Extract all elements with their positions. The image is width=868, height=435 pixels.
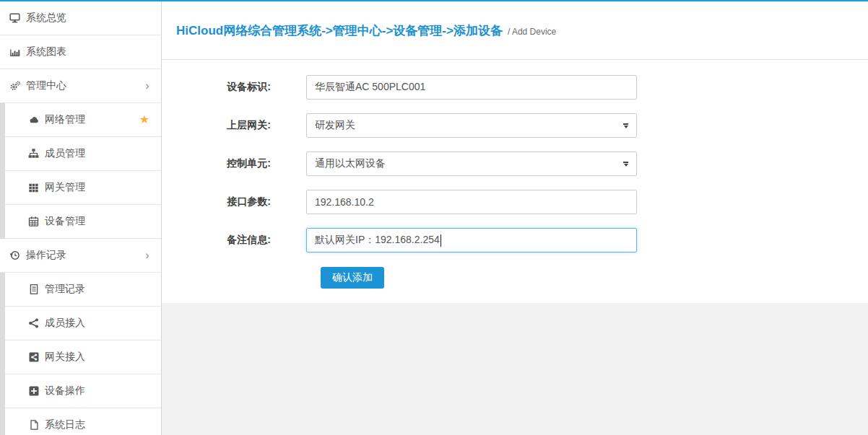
page-header: HiCloud网络综合管理系统->管理中心->设备管理->添加设备 / Add … bbox=[162, 1, 868, 60]
sidebar-item-network-management[interactable]: 网络管理 ★ bbox=[0, 103, 161, 137]
parent-gateway-select[interactable]: 研发网关 bbox=[306, 113, 637, 138]
gears-icon bbox=[9, 81, 21, 91]
breadcrumb: HiCloud网络综合管理系统->管理中心->设备管理->添加设备 bbox=[176, 22, 503, 39]
interface-params-label: 接口参数: bbox=[176, 195, 271, 208]
sidebar-item-label: 成员管理 bbox=[45, 147, 85, 160]
sidebar-item-label: 系统日志 bbox=[45, 418, 85, 431]
device-id-label: 设备标识: bbox=[176, 81, 271, 94]
grid-icon bbox=[27, 183, 40, 193]
sidebar-item-device-operations[interactable]: 设备操作 bbox=[0, 374, 161, 408]
remark-field[interactable]: 默认网关IP：192.168.2.254 bbox=[306, 228, 637, 252]
sidebar-item-operation-records[interactable]: 操作记录 › bbox=[0, 239, 161, 273]
favorite-star-icon[interactable]: ★ bbox=[139, 114, 149, 126]
sidebar-item-member-access[interactable]: 成员接入 bbox=[0, 307, 161, 340]
sidebar-item-system-overview[interactable]: 系统总览 bbox=[0, 1, 161, 35]
sidebar-item-label: 管理记录 bbox=[45, 283, 85, 296]
sidebar-item-management-records[interactable]: 管理记录 bbox=[0, 273, 161, 307]
remark-label: 备注信息: bbox=[176, 234, 271, 247]
share-square-icon bbox=[27, 352, 40, 362]
breadcrumb-suffix: / Add Device bbox=[508, 27, 556, 37]
sidebar-item-management-center[interactable]: 管理中心 › bbox=[0, 69, 161, 103]
sidebar-item-label: 网络管理 bbox=[45, 113, 85, 126]
dropdown-caret-icon bbox=[623, 123, 628, 128]
sidebar-item-label: 成员接入 bbox=[45, 317, 85, 330]
sidebar: 系统总览 系统图表 管理中心 › 网络管理 ★ 成员管理 网关管理 bbox=[0, 1, 162, 435]
file-text-icon bbox=[27, 284, 40, 294]
form-row-parent-gateway: 上层网关: 研发网关 bbox=[176, 113, 868, 138]
sidebar-item-label: 系统总览 bbox=[26, 12, 66, 25]
form-row-device-id: 设备标识: bbox=[176, 75, 868, 100]
confirm-add-button[interactable]: 确认添加 bbox=[321, 267, 384, 289]
text-cursor bbox=[440, 234, 441, 247]
form-actions: 确认添加 bbox=[321, 267, 868, 289]
sidebar-item-label: 操作记录 bbox=[26, 249, 66, 262]
sidebar-item-label: 网关接入 bbox=[45, 351, 85, 364]
top-accent-bar bbox=[0, 0, 868, 1]
remark-field-value: 默认网关IP：192.168.2.254 bbox=[315, 234, 440, 247]
desktop-icon bbox=[9, 13, 21, 23]
sidebar-item-gateway-management[interactable]: 网关管理 bbox=[0, 171, 161, 205]
form-row-control-unit: 控制单元: 通用以太网设备 bbox=[176, 151, 868, 176]
parent-gateway-label: 上层网关: bbox=[176, 119, 271, 132]
file-icon bbox=[27, 420, 40, 430]
calendar-icon bbox=[27, 216, 40, 227]
sidebar-item-label: 管理中心 bbox=[26, 79, 66, 92]
history-icon bbox=[9, 250, 21, 260]
parent-gateway-selected-value: 研发网关 bbox=[315, 119, 355, 132]
share-icon bbox=[27, 318, 40, 328]
dropdown-caret-icon bbox=[623, 162, 628, 167]
device-id-field[interactable] bbox=[306, 75, 637, 100]
main-content: HiCloud网络综合管理系统->管理中心->设备管理->添加设备 / Add … bbox=[162, 1, 868, 435]
interface-params-field[interactable] bbox=[306, 190, 637, 214]
chevron-right-icon: › bbox=[145, 249, 149, 261]
sidebar-item-member-management[interactable]: 成员管理 bbox=[0, 137, 161, 171]
sidebar-item-label: 设备管理 bbox=[45, 215, 85, 228]
sidebar-item-system-charts[interactable]: 系统图表 bbox=[0, 35, 161, 69]
form-row-remark: 备注信息: 默认网关IP：192.168.2.254 bbox=[176, 228, 868, 252]
sidebar-item-system-logs[interactable]: 系统日志 bbox=[0, 408, 161, 435]
sitemap-icon bbox=[27, 149, 40, 159]
sidebar-item-label: 网关管理 bbox=[45, 181, 85, 194]
control-unit-select[interactable]: 通用以太网设备 bbox=[306, 151, 637, 176]
sidebar-item-label: 系统图表 bbox=[26, 45, 66, 58]
cloud-icon bbox=[27, 115, 40, 125]
sidebar-item-gateway-access[interactable]: 网关接入 bbox=[0, 340, 161, 374]
chevron-right-icon: › bbox=[145, 79, 149, 92]
sidebar-item-label: 设备操作 bbox=[45, 385, 85, 397]
control-unit-selected-value: 通用以太网设备 bbox=[315, 157, 386, 170]
control-unit-label: 控制单元: bbox=[176, 157, 271, 170]
form-row-interface-params: 接口参数: bbox=[176, 190, 868, 214]
plus-square-icon bbox=[27, 386, 40, 396]
sidebar-item-device-management[interactable]: 设备管理 bbox=[0, 205, 161, 239]
bar-chart-icon bbox=[9, 47, 21, 57]
add-device-form: 设备标识: 上层网关: 研发网关 控制单元: 通用以太网设备 接口参数: 备注信… bbox=[162, 60, 868, 303]
